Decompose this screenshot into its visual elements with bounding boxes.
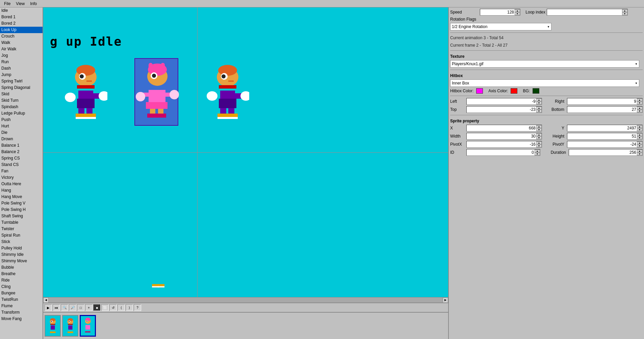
- sidebar-item-shaft-swing[interactable]: Shaft Swing: [0, 213, 43, 219]
- play-button[interactable]: ▶: [45, 304, 52, 311]
- duration-input[interactable]: [569, 150, 637, 155]
- sidebar-item-ride[interactable]: Ride: [0, 277, 43, 284]
- sidebar-item-turntable[interactable]: Turntable: [0, 219, 43, 226]
- sidebar-item-twistrun[interactable]: TwistRun: [0, 296, 43, 303]
- sidebar-item-ledge-pullup[interactable]: Ledge Pullup: [0, 110, 43, 117]
- pivotx-down[interactable]: ▼: [536, 144, 542, 147]
- pivotx-up[interactable]: ▲: [536, 141, 542, 144]
- x-input[interactable]: [467, 126, 536, 130]
- sidebar-item-idle[interactable]: Idle: [0, 7, 43, 14]
- y-input[interactable]: [567, 126, 637, 130]
- speed-up[interactable]: ▲: [515, 9, 520, 12]
- sidebar-item-jump[interactable]: Jump: [0, 72, 43, 78]
- y-up[interactable]: ▲: [637, 125, 642, 128]
- height-spinbox[interactable]: ▲ ▼: [567, 133, 643, 140]
- texture-dropdown[interactable]: Players/Knux1.gif ▼: [450, 60, 639, 68]
- prev-frame-button[interactable]: ⟨: [118, 304, 125, 311]
- loop-index-spinbox[interactable]: ▲ ▼: [547, 9, 628, 16]
- sidebar-item-die[interactable]: Die: [0, 129, 43, 136]
- speed-down[interactable]: ▼: [515, 12, 520, 15]
- right-spinbox[interactable]: ▲ ▼: [567, 98, 643, 105]
- menu-file[interactable]: File: [1, 1, 13, 7]
- width-input[interactable]: [467, 134, 536, 139]
- width-down[interactable]: ▼: [536, 136, 542, 139]
- sidebar-item-walk[interactable]: Walk: [0, 40, 43, 46]
- sidebar-item-twister[interactable]: Twister: [0, 226, 43, 232]
- sidebar-item-bungee[interactable]: Bungee: [0, 290, 43, 296]
- bottom-spinbox[interactable]: ▲ ▼: [567, 106, 643, 113]
- sidebar-item-cling[interactable]: Cling: [0, 284, 43, 290]
- x-down[interactable]: ▼: [536, 128, 542, 131]
- pivotx-input[interactable]: [467, 142, 536, 147]
- menu-info[interactable]: Info: [27, 1, 40, 7]
- canvas-viewport[interactable]: g up Idle: [43, 7, 448, 297]
- left-input[interactable]: [467, 99, 536, 104]
- sidebar-item-fan[interactable]: Fan: [0, 168, 43, 174]
- zoom-out-button[interactable]: 🔍: [61, 304, 68, 311]
- pivotx-spinbox[interactable]: ▲ ▼: [466, 141, 542, 148]
- sidebar-item-shimmy-idle[interactable]: Shimmy Idle: [0, 251, 43, 258]
- top-spinbox[interactable]: ▲ ▼: [466, 106, 542, 113]
- y-spinbox[interactable]: ▲ ▼: [567, 125, 643, 131]
- id-up[interactable]: ▲: [535, 149, 540, 152]
- sidebar-item-drown[interactable]: Drown: [0, 136, 43, 142]
- scroll-left-arrow[interactable]: ◀: [43, 297, 49, 303]
- sidebar-item-hurt[interactable]: Hurt: [0, 123, 43, 129]
- sidebar-item-stand-cs[interactable]: Stand CS: [0, 162, 43, 168]
- speed-spinbox[interactable]: ▲ ▼: [480, 9, 520, 16]
- sidebar-item-victory[interactable]: Victory: [0, 174, 43, 181]
- speed-input[interactable]: [480, 10, 515, 15]
- rotate-button[interactable]: ↺: [109, 304, 117, 311]
- sidebar-item-outta-here[interactable]: Outta Here: [0, 181, 43, 187]
- sidebar-item-run[interactable]: Run: [0, 59, 43, 65]
- sidebar-item-spring-cs[interactable]: Spring CS: [0, 155, 43, 162]
- sidebar-item-crouch[interactable]: Crouch: [0, 33, 43, 40]
- x-spinbox[interactable]: ▲ ▼: [466, 125, 542, 131]
- scroll-right-arrow[interactable]: ▶: [443, 297, 448, 303]
- sidebar-item-balance-2[interactable]: Balance 2: [0, 149, 43, 155]
- left-spinbox[interactable]: ▲ ▼: [466, 98, 542, 105]
- frame-thumb-0[interactable]: [45, 315, 61, 337]
- sidebar-item-dash[interactable]: Dash: [0, 65, 43, 72]
- sidebar-item-pole-swing-v[interactable]: Pole Swing V: [0, 200, 43, 207]
- y-down[interactable]: ▼: [637, 128, 642, 131]
- sidebar-item-air-walk[interactable]: Air Walk: [0, 46, 43, 52]
- pivoty-down[interactable]: ▼: [637, 144, 642, 147]
- pivoty-spinbox[interactable]: ▲ ▼: [567, 141, 643, 148]
- duration-spinbox[interactable]: ▲ ▼: [569, 149, 643, 156]
- bottom-input[interactable]: [567, 107, 637, 112]
- sidebar-item-move-fang[interactable]: Move Fang: [0, 316, 43, 322]
- add-button[interactable]: +: [85, 304, 93, 311]
- sidebar-item-spiral-run[interactable]: Spiral Run: [0, 232, 43, 239]
- scroll-track[interactable]: [49, 297, 443, 303]
- frame-thumb-2-selected[interactable]: [80, 315, 96, 337]
- zoom-in-button[interactable]: 🔎: [69, 304, 76, 311]
- sidebar-item-skid[interactable]: Skid: [0, 91, 43, 97]
- right-down[interactable]: ▼: [637, 101, 642, 104]
- bg-color-swatch[interactable]: [533, 88, 539, 94]
- height-down[interactable]: ▼: [637, 136, 642, 139]
- rewind-button[interactable]: ⏮: [53, 304, 60, 311]
- height-input[interactable]: [567, 134, 637, 139]
- help-button[interactable]: ?: [134, 304, 141, 311]
- loop-index-down[interactable]: ▼: [622, 12, 627, 15]
- sidebar-item-skid-turn[interactable]: Skid Turn: [0, 97, 43, 104]
- sidebar-item-bored-2[interactable]: Bored 2: [0, 20, 43, 27]
- pivoty-up[interactable]: ▲: [637, 141, 642, 144]
- sidebar-item-pulley-hold[interactable]: Pulley Hold: [0, 245, 43, 251]
- id-input[interactable]: [467, 150, 535, 155]
- width-up[interactable]: ▲: [536, 133, 542, 136]
- sidebar-item-balance-1[interactable]: Balance 1: [0, 142, 43, 149]
- loop-index-up[interactable]: ▲: [622, 9, 627, 12]
- sidebar-item-bubble[interactable]: Bubble: [0, 264, 43, 271]
- right-input[interactable]: [567, 99, 637, 104]
- top-up[interactable]: ▲: [536, 106, 542, 110]
- sidebar-item-breathe[interactable]: Breathe: [0, 271, 43, 277]
- sidebar-item-pole-swing-h[interactable]: Pole Swing H: [0, 207, 43, 213]
- next-frame-button[interactable]: ⟩: [126, 304, 133, 311]
- sidebar-item-hang-move[interactable]: Hang Move: [0, 194, 43, 200]
- pivoty-input[interactable]: [567, 142, 637, 147]
- top-down[interactable]: ▼: [536, 110, 542, 113]
- bottom-up[interactable]: ▲: [637, 106, 642, 110]
- sidebar-item-jog[interactable]: Jog: [0, 52, 43, 59]
